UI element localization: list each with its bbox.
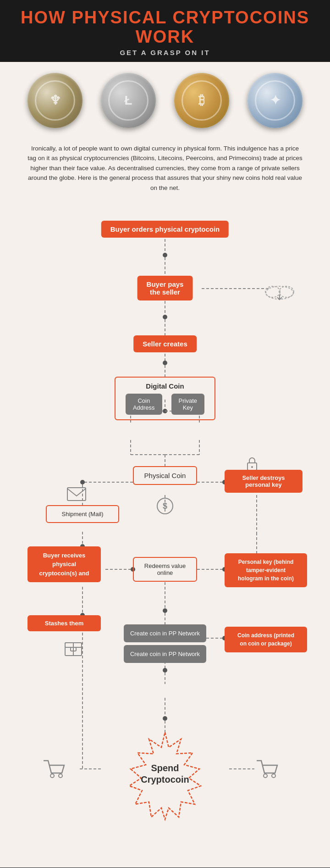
- step3-text: creates: [163, 340, 187, 348]
- seller-destroys-word: Seller destroyspersonal key: [242, 474, 285, 488]
- step3-box: Seller creates: [133, 335, 197, 352]
- physical-coin-box: Physical Coin: [133, 466, 197, 485]
- private-key-box: PrivateKey: [171, 394, 204, 415]
- coin-xpm: ♆: [28, 73, 82, 128]
- coin-crypto: ✦: [248, 73, 302, 128]
- mail-icon: [66, 486, 87, 504]
- svg-point-70: [264, 774, 267, 778]
- redeems-box: Redeems value online: [133, 557, 197, 582]
- step1-text: orders physical cryptocoin: [132, 225, 220, 233]
- stashes-box: Stashes them: [28, 615, 101, 631]
- svg-point-69: [59, 774, 62, 778]
- svg-text:Spend: Spend: [151, 763, 179, 773]
- shipment-label: Shipment (Mail): [46, 505, 119, 523]
- svg-rect-58: [67, 488, 86, 501]
- svg-point-1: [163, 253, 167, 257]
- step2-text: Buyer paysthe seller: [147, 280, 184, 296]
- step3-label: Seller creates: [133, 335, 197, 352]
- coin-address-box-right: Coin address (printed on coin or package…: [225, 627, 307, 652]
- stashes-text: Stashes them: [45, 620, 84, 627]
- shipment-text: Shipment (Mail): [61, 511, 103, 517]
- svg-point-6: [163, 315, 167, 319]
- coin-address-label: CoinAddress: [133, 397, 155, 411]
- seller-destroys-label: Seller destroyspersonal key: [225, 470, 302, 493]
- step2-box: Buyer paysthe seller: [138, 276, 193, 300]
- physical-coin-label: Physical Coin: [133, 466, 197, 485]
- cart-right: [254, 758, 280, 783]
- pp-network-container: Create coin in PP Network Create coin in…: [124, 624, 206, 663]
- personal-key-box: Personal key (behind tamper-evident holo…: [225, 553, 307, 587]
- coins-section: ♆ Ł ₿ ✦: [0, 62, 330, 139]
- buyer-receives-text: Buyer receives physical cryptocoin(s) an…: [39, 552, 89, 577]
- coin-address-box: CoinAddress: [126, 394, 162, 415]
- redeems-text: Redeems value online: [144, 562, 186, 576]
- shipment-box: Shipment (Mail): [46, 505, 119, 523]
- header: HOW PHYSICAL CRYPTOCOINS WORK GET A GRAS…: [0, 0, 330, 62]
- physical-coin-text: Physical Coin: [144, 472, 186, 479]
- cart-left: [41, 758, 66, 783]
- buyer-receives-label: Buyer receives physical cryptocoin(s) an…: [28, 546, 101, 583]
- coin-address-text: Coin address (printed on coin or package…: [237, 632, 294, 647]
- page-title: HOW PHYSICAL CRYPTOCOINS WORK: [9, 8, 321, 47]
- seller-destroys-box: Seller destroyspersonal key: [225, 470, 302, 493]
- digital-coin-label: Digital Coin CoinAddress PrivateKey: [115, 377, 215, 420]
- svg-point-46: [163, 716, 167, 721]
- pp-network-label1: Create coin in PP Network: [130, 630, 200, 637]
- personal-key-text: Personal key (behind tamper-evident holo…: [238, 559, 294, 582]
- intro-text: Ironically, a lot of people want to own …: [0, 139, 330, 207]
- svg-point-38: [163, 608, 167, 613]
- step1-label: Buyer orders physical cryptocoin: [101, 221, 229, 238]
- step1-buyer-word: Buyer: [110, 225, 130, 233]
- private-key-label: PrivateKey: [179, 397, 197, 411]
- page-subtitle: GET A GRASP ON IT: [9, 49, 321, 56]
- coin-btc: ₿: [174, 73, 229, 128]
- flow-container: .conn { stroke: #888; stroke-width: 2; f…: [0, 211, 330, 854]
- step1-box: Buyer orders physical cryptocoin: [101, 221, 229, 238]
- pp-network-box2: Create coin in PP Network: [124, 645, 206, 663]
- digital-coin-box: Digital Coin CoinAddress PrivateKey: [115, 377, 215, 420]
- buyer-receives-box: Buyer receives physical cryptocoin(s) an…: [28, 546, 101, 583]
- svg-point-71: [272, 774, 275, 778]
- cloud-icon: [261, 278, 298, 303]
- svg-point-24: [80, 480, 85, 484]
- svg-point-9: [163, 361, 167, 365]
- coin-ltc: Ł: [101, 73, 156, 128]
- svg-text:$: $: [163, 501, 167, 511]
- flowchart: .conn { stroke: #888; stroke-width: 2; f…: [0, 207, 330, 868]
- svg-text:Cryptocoin: Cryptocoin: [141, 774, 189, 785]
- svg-point-43: [163, 668, 167, 673]
- svg-point-54: [279, 286, 294, 297]
- pp-network-label2: Create coin in PP Network: [130, 651, 200, 657]
- redeems-label: Redeems value online: [133, 557, 197, 582]
- pp-network-box1: Create coin in PP Network: [124, 624, 206, 642]
- svg-point-68: [50, 774, 54, 778]
- step3-seller-word: Seller: [143, 340, 161, 348]
- step2-label: Buyer paysthe seller: [138, 276, 193, 300]
- chest-icon: [63, 637, 83, 659]
- dollar-icon: $: [156, 497, 174, 517]
- personal-key-label: Personal key (behind tamper-evident holo…: [225, 553, 307, 587]
- digital-coin-title: Digital Coin: [125, 382, 205, 390]
- coin-address-label-right: Coin address (printed on coin or package…: [225, 627, 307, 652]
- svg-point-57: [251, 466, 253, 468]
- stashes-label: Stashes them: [28, 615, 101, 631]
- spend-starburst: Spend Cryptocoin: [119, 730, 211, 823]
